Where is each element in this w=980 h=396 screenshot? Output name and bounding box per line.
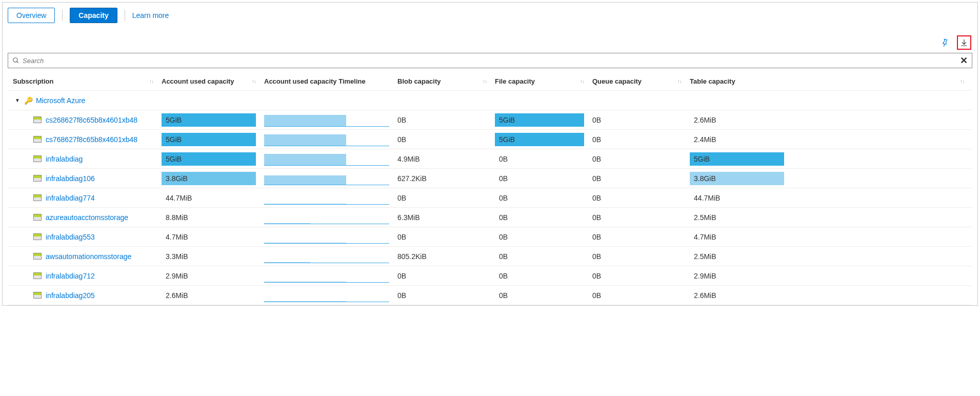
search-icon bbox=[12, 57, 19, 64]
storage-account-icon bbox=[33, 233, 42, 240]
capacity-value: 44.7MiB bbox=[166, 194, 192, 202]
overview-tab[interactable]: Overview bbox=[8, 8, 55, 23]
capacity-value: 0B bbox=[499, 252, 508, 261]
col-file[interactable]: File capacity↑↓ bbox=[495, 77, 592, 85]
capacity-value: 2.6MiB bbox=[694, 291, 716, 300]
expand-caret-icon[interactable]: ▼ bbox=[15, 97, 20, 103]
col-label: Blob capacity bbox=[397, 77, 441, 85]
account-link[interactable]: infralabdiag712 bbox=[46, 272, 95, 280]
col-queue[interactable]: Queue capacity↑↓ bbox=[592, 77, 690, 85]
account-link[interactable]: infralabdiag205 bbox=[46, 291, 95, 300]
account-link[interactable]: infralabdiag bbox=[46, 155, 83, 163]
col-label: File capacity bbox=[495, 77, 535, 85]
clear-search-icon[interactable]: ✕ bbox=[960, 55, 968, 66]
col-table[interactable]: Table capacity↑↓ bbox=[690, 77, 972, 85]
blob-capacity: 4.9MiB bbox=[397, 155, 495, 163]
capacity-cell: 2.6MiB bbox=[690, 289, 784, 302]
account-cell: infralabdiag774 bbox=[8, 194, 162, 202]
blob-capacity: 0B bbox=[397, 272, 495, 280]
timeline-bar bbox=[264, 301, 346, 302]
queue-capacity: 0B bbox=[592, 116, 690, 124]
account-link[interactable]: awsautomationomsstorage bbox=[46, 252, 131, 261]
sort-icon: ↑↓ bbox=[483, 78, 487, 84]
timeline-bar bbox=[264, 154, 346, 165]
capacity-cell: 0B bbox=[495, 289, 584, 302]
table-capacity-wrap: 2.6MiB bbox=[690, 113, 972, 127]
capacity-cell: 0B bbox=[495, 172, 584, 185]
col-subscription[interactable]: Subscription↑↓ bbox=[8, 77, 162, 85]
table-capacity-wrap: 5GiB bbox=[690, 152, 972, 166]
timeline-bar bbox=[264, 175, 346, 185]
capacity-cell: 5GiB bbox=[690, 152, 784, 166]
blob-capacity: 0B bbox=[397, 135, 495, 144]
sort-icon: ↑↓ bbox=[580, 78, 584, 84]
timeline-bar bbox=[264, 243, 346, 243]
capacity-value: 0B bbox=[499, 194, 508, 202]
table-capacity-wrap: 2.6MiB bbox=[690, 289, 972, 302]
storage-account-icon bbox=[33, 194, 42, 201]
account-link[interactable]: infralabdiag553 bbox=[46, 233, 95, 241]
blob-capacity: 0B bbox=[397, 291, 495, 300]
col-blob[interactable]: Blob capacity↑↓ bbox=[397, 77, 495, 85]
col-timeline[interactable]: Account used capacity Timeline bbox=[264, 77, 397, 85]
capacity-value: 5GiB bbox=[694, 155, 710, 163]
queue-capacity: 0B bbox=[592, 155, 690, 163]
table-row: awsautomationomsstorage3.3MiB805.2KiB0B0… bbox=[8, 247, 972, 266]
sort-icon: ↑↓ bbox=[960, 78, 964, 84]
queue-capacity: 0B bbox=[592, 272, 690, 280]
capacity-value: 0B bbox=[499, 291, 508, 300]
subscription-group-row[interactable]: ▼ 🔑 Microsoft Azure bbox=[8, 91, 972, 110]
capacity-cell: 5GiB bbox=[162, 152, 256, 166]
sort-icon: ↑↓ bbox=[677, 78, 682, 84]
table-capacity-wrap: 4.7MiB bbox=[690, 230, 972, 244]
table-row: infralabdiag77444.7MiB0B0B0B44.7MiB bbox=[8, 188, 972, 208]
col-account-used[interactable]: Account used capacity↑↓ bbox=[162, 77, 264, 85]
capacity-value: 0B bbox=[499, 233, 508, 241]
timeline-bar bbox=[264, 223, 310, 224]
account-link[interactable]: infralabdiag106 bbox=[46, 174, 95, 183]
capacity-value: 2.9MiB bbox=[694, 272, 716, 280]
capacity-value: 2.6MiB bbox=[166, 291, 188, 300]
account-link[interactable]: infralabdiag774 bbox=[46, 194, 95, 202]
capacity-cell: 4.7MiB bbox=[690, 230, 784, 244]
capacity-cell: 5GiB bbox=[162, 113, 256, 127]
pin-icon[interactable] bbox=[937, 35, 952, 50]
capacity-cell: 2.5MiB bbox=[690, 250, 784, 263]
queue-capacity: 0B bbox=[592, 213, 690, 222]
search-box[interactable]: ✕ bbox=[8, 53, 972, 68]
capacity-value: 4.7MiB bbox=[694, 233, 716, 241]
queue-capacity: 0B bbox=[592, 194, 690, 202]
account-link[interactable]: cs268627f8c65b8x4601xb48 bbox=[46, 116, 137, 124]
subscription-name[interactable]: Microsoft Azure bbox=[36, 96, 85, 105]
timeline-cell bbox=[264, 230, 389, 244]
capacity-cell: 0B bbox=[495, 230, 584, 244]
storage-account-icon bbox=[33, 253, 42, 260]
blob-capacity: 0B bbox=[397, 233, 495, 241]
table-capacity-wrap: 44.7MiB bbox=[690, 191, 972, 205]
table-row: cs768627f8c65b8x4601xb485GiB0B5GiB0B2.4M… bbox=[8, 130, 972, 149]
sort-icon: ↑↓ bbox=[149, 78, 153, 84]
timeline-cell bbox=[264, 289, 389, 302]
capacity-cell: 2.6MiB bbox=[162, 289, 256, 302]
capacity-tab[interactable]: Capacity bbox=[70, 8, 117, 23]
timeline-cell bbox=[264, 113, 389, 127]
divider bbox=[125, 10, 125, 21]
download-icon[interactable] bbox=[957, 35, 971, 50]
blob-capacity: 627.2KiB bbox=[397, 174, 495, 183]
storage-account-icon bbox=[33, 292, 42, 299]
action-row bbox=[8, 35, 972, 50]
account-link[interactable]: cs768627f8c65b8x4601xb48 bbox=[46, 135, 137, 144]
learn-more-link[interactable]: Learn more bbox=[132, 11, 169, 19]
search-input[interactable] bbox=[19, 57, 960, 65]
capacity-cell: 3.8GiB bbox=[690, 172, 784, 185]
timeline-cell bbox=[264, 133, 389, 146]
account-link[interactable]: azureautoacctomsstorage bbox=[46, 213, 128, 222]
storage-account-icon bbox=[33, 136, 42, 143]
table-capacity-wrap: 2.5MiB bbox=[690, 250, 972, 263]
capacity-value: 2.5MiB bbox=[694, 213, 716, 222]
capacity-cell: 4.7MiB bbox=[162, 230, 256, 244]
account-cell: azureautoacctomsstorage bbox=[8, 213, 162, 222]
capacity-value: 44.7MiB bbox=[694, 194, 720, 202]
table-capacity-wrap: 2.5MiB bbox=[690, 211, 972, 224]
timeline-bar bbox=[264, 134, 346, 146]
